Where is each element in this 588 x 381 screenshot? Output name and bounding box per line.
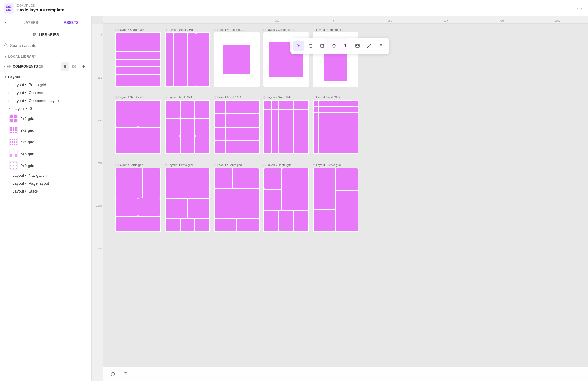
canvas-scroll[interactable]: ⬡ Layout / Stack / Ver... (103, 24, 588, 381)
tab-layers[interactable]: LAYERS (11, 16, 51, 29)
line-tool-button[interactable] (376, 41, 386, 51)
comp-label-grid-9x9: ⬡ Layout / Grid / 9x9 ... (313, 95, 343, 100)
comp-label-bento-1: ⬡ Layout / Bento grid ... (115, 163, 146, 167)
svg-rect-7 (35, 35, 36, 36)
comp-label-stack-ver: ⬡ Layout / Stack / Ver... (115, 28, 146, 32)
sidebar-item-3x3-grid[interactable]: 3x3 grid (0, 124, 91, 136)
sort-icon[interactable] (84, 43, 88, 48)
ellipse-tool-button[interactable] (329, 41, 339, 51)
comp-label-bento-4: ⬡ Layout / Bento grid ... (263, 163, 295, 167)
layout-group-header[interactable]: ▾ Layout (0, 73, 91, 81)
view-icons (61, 62, 78, 71)
svg-point-25 (333, 44, 335, 47)
comp-label-grid-2x2: ⬡ Layout / Grid / 2x2 ... (115, 95, 146, 100)
grid-view-button[interactable] (70, 62, 78, 71)
search-input[interactable] (10, 43, 81, 48)
rectangle-tool-button[interactable] (317, 41, 328, 51)
image-tool-button[interactable] (352, 41, 363, 51)
app-icon (4, 3, 14, 14)
ruler-horizontal: -250 0 250 500 750 1000 1250 (103, 16, 588, 24)
app-title-block: EXAMPLES Basic layouts template (16, 4, 572, 12)
comp-label-grid-6x6: ⬡ Layout / Grid / 6x6 ... (263, 95, 294, 100)
sidebar-item-2x2-grid[interactable]: 2x2 grid (0, 113, 91, 124)
comp-label-grid-4x4: ⬡ Layout / Grid / 4x4 ... (214, 95, 245, 100)
select-tool-button[interactable] (293, 41, 304, 51)
sidebar-item-4x4-grid[interactable]: 4x4 grid (0, 136, 91, 148)
frame-tool-button[interactable] (305, 41, 316, 51)
add-component-button[interactable]: + (80, 62, 88, 71)
tab-assets[interactable]: ASSETS (51, 16, 92, 29)
component-grid-4x4[interactable] (214, 100, 260, 154)
ruler-vertical: 0 250 500 750 1000 1250 (92, 24, 103, 381)
component-bento-5[interactable] (313, 168, 358, 232)
comp-label-bento-2: ⬡ Layout / Bento grid ... (165, 163, 196, 167)
svg-rect-1 (9, 6, 11, 7)
bottom-text-button[interactable]: T (121, 370, 131, 379)
sidebar-item-bento-grid[interactable]: › Layout • Bento grid (0, 81, 91, 89)
local-library-header: ▾ LOCAL LIBRARY (0, 51, 91, 60)
svg-rect-20 (74, 65, 75, 66)
3x3-grid-preview (9, 126, 18, 134)
sidebar-item-navigation[interactable]: › Layout • Navigation (0, 171, 91, 179)
top-bar-menu-button[interactable]: ⋯ (574, 4, 584, 13)
svg-rect-22 (74, 67, 75, 68)
component-grid-2x2[interactable] (115, 100, 161, 154)
component-grid-3x3[interactable] (165, 100, 210, 154)
canvas-content: ⬡ Layout / Stack / Ver... (103, 24, 588, 381)
sidebar-item-6x6-grid[interactable]: 6x6 grid (0, 148, 91, 160)
app-examples-label: EXAMPLES (16, 4, 572, 7)
sidebar-item-component-layout[interactable]: › Layout • Component layout (0, 97, 91, 105)
comp-label-centered-3: ⬡ Layout / Centered / ... (313, 28, 344, 32)
components-header: ▾ COMPONENTS 28 (0, 60, 91, 73)
canvas[interactable]: -250 0 250 500 750 1000 1250 0 250 500 7… (92, 16, 588, 381)
pen-tool-button[interactable] (364, 41, 375, 51)
svg-rect-3 (9, 9, 11, 10)
canvas-area: T (92, 16, 588, 381)
libraries-button[interactable]: LIBRARIES (0, 29, 91, 40)
search-bar (0, 40, 91, 51)
svg-rect-24 (321, 44, 324, 47)
layout-group: ▾ Layout › Layout • Bento grid › Layout … (0, 73, 91, 196)
svg-rect-21 (72, 67, 74, 68)
list-view-button[interactable] (61, 62, 69, 71)
sidebar-item-stack[interactable]: › Layout • Stack (0, 187, 91, 195)
component-stack-vertical[interactable] (115, 32, 161, 87)
svg-rect-2 (6, 9, 8, 10)
comp-label-centered-2: ⬡ Layout / Centered / ... (263, 28, 295, 32)
sidebar-item-centered[interactable]: › Layout • Centered (0, 89, 91, 97)
component-stack-horizontal[interactable] (165, 32, 210, 87)
comp-label-bento-3: ⬡ Layout / Bento grid ... (214, 163, 245, 167)
svg-rect-5 (35, 33, 36, 34)
sidebar-content: ▾ LOCAL LIBRARY ▾ COMPONENTS 28 (0, 51, 91, 381)
component-centered-1[interactable] (214, 32, 260, 87)
svg-rect-0 (6, 6, 8, 7)
app-title: Basic layouts template (16, 7, 572, 12)
sidebar-back-button[interactable]: ‹ (0, 16, 11, 29)
svg-rect-4 (33, 33, 34, 34)
components-icon (7, 64, 11, 68)
component-grid-6x6[interactable] (263, 100, 309, 154)
text-tool-button[interactable]: T (340, 41, 351, 51)
comp-label-grid-3x3: ⬡ Layout / Grid / 3x3 ... (165, 95, 195, 100)
component-bento-3[interactable] (214, 168, 260, 232)
svg-point-8 (4, 44, 6, 46)
sidebar-item-9x9-grid[interactable]: 9x9 grid (0, 160, 91, 171)
main-layout: ‹ LAYERS ASSETS LIBRARIES (0, 16, 588, 381)
svg-point-28 (368, 47, 368, 48)
svg-line-9 (6, 46, 7, 47)
sidebar-item-page-layout[interactable]: › Layout • Page layout (0, 179, 91, 187)
bottom-circle-button[interactable] (108, 370, 118, 379)
svg-point-29 (370, 44, 371, 45)
sidebar: ‹ LAYERS ASSETS LIBRARIES (0, 16, 92, 381)
bottom-toolbar: T (103, 367, 588, 381)
comp-label-stack-hor: ⬡ Layout / Stack / Ho... (165, 28, 195, 32)
2x2-grid-preview (9, 114, 18, 123)
top-bar: EXAMPLES Basic layouts template ⋯ (0, 0, 588, 16)
component-bento-2[interactable] (165, 168, 210, 232)
component-bento-1[interactable] (115, 168, 161, 232)
component-grid-9x9[interactable] (313, 100, 358, 154)
toolbar: T (290, 38, 389, 54)
sidebar-item-grid[interactable]: ▾ Layout • Grid (0, 105, 91, 113)
svg-rect-23 (309, 44, 312, 47)
component-bento-4[interactable] (263, 168, 309, 232)
